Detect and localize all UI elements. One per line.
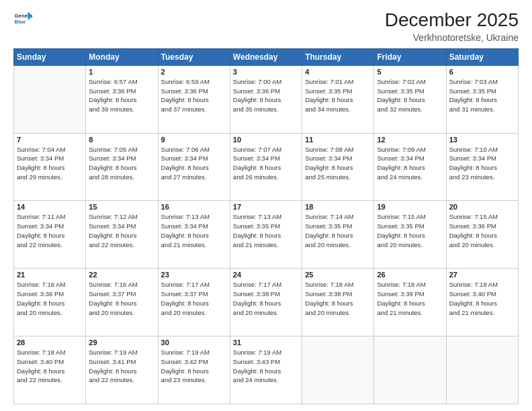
day-info: Sunrise: 7:05 AMSunset: 3:34 PMDaylight:… <box>89 145 154 182</box>
calendar-cell: 11Sunrise: 7:08 AMSunset: 3:34 PMDayligh… <box>302 133 374 201</box>
calendar-cell: 29Sunrise: 7:19 AMSunset: 3:41 PMDayligh… <box>86 336 158 404</box>
calendar-cell: 1Sunrise: 6:57 AMSunset: 3:36 PMDaylight… <box>86 65 158 133</box>
day-info: Sunrise: 7:18 AMSunset: 3:40 PMDaylight:… <box>17 348 83 385</box>
day-number: 16 <box>161 203 227 211</box>
calendar-cell: 27Sunrise: 7:18 AMSunset: 3:40 PMDayligh… <box>446 269 518 336</box>
calendar-cell: 30Sunrise: 7:19 AMSunset: 3:42 PMDayligh… <box>158 336 230 404</box>
calendar-cell: 8Sunrise: 7:05 AMSunset: 3:34 PMDaylight… <box>86 133 158 201</box>
day-info: Sunrise: 7:18 AMSunset: 3:38 PMDaylight:… <box>305 280 371 317</box>
calendar-header-saturday: Saturday <box>446 48 518 65</box>
calendar-week-1: 7Sunrise: 7:04 AMSunset: 3:34 PMDaylight… <box>14 133 519 201</box>
logo-icon: General Blue <box>13 10 32 29</box>
day-info: Sunrise: 6:57 AMSunset: 3:36 PMDaylight:… <box>89 77 154 114</box>
day-number: 9 <box>161 136 227 144</box>
day-info: Sunrise: 6:59 AMSunset: 3:36 PMDaylight:… <box>161 77 227 114</box>
day-number: 18 <box>305 203 371 211</box>
calendar-cell: 4Sunrise: 7:01 AMSunset: 3:35 PMDaylight… <box>302 65 374 133</box>
day-number: 28 <box>17 338 83 347</box>
calendar-cell: 12Sunrise: 7:09 AMSunset: 3:34 PMDayligh… <box>374 133 446 201</box>
calendar-header-friday: Friday <box>374 48 446 65</box>
day-number: 31 <box>233 338 299 347</box>
calendar-cell: 17Sunrise: 7:13 AMSunset: 3:35 PMDayligh… <box>230 201 302 269</box>
page: General Blue December 2025 Verkhnotorets… <box>0 0 532 411</box>
day-info: Sunrise: 7:19 AMSunset: 3:42 PMDaylight:… <box>161 348 227 385</box>
day-number: 12 <box>377 136 443 144</box>
day-number: 27 <box>449 271 515 279</box>
day-info: Sunrise: 7:09 AMSunset: 3:34 PMDaylight:… <box>377 145 443 182</box>
day-info: Sunrise: 7:16 AMSunset: 3:37 PMDaylight:… <box>89 280 154 317</box>
day-info: Sunrise: 7:17 AMSunset: 3:37 PMDaylight:… <box>161 280 227 317</box>
main-title: December 2025 <box>385 10 519 31</box>
day-number: 6 <box>449 68 515 76</box>
calendar-cell: 3Sunrise: 7:00 AMSunset: 3:36 PMDaylight… <box>230 65 302 133</box>
day-number: 26 <box>377 271 443 279</box>
day-number: 7 <box>17 136 83 144</box>
day-info: Sunrise: 7:11 AMSunset: 3:34 PMDaylight:… <box>17 212 83 249</box>
calendar-cell: 19Sunrise: 7:15 AMSunset: 3:35 PMDayligh… <box>374 201 446 269</box>
calendar-cell <box>302 336 374 404</box>
day-number: 4 <box>305 68 371 76</box>
calendar-cell: 2Sunrise: 6:59 AMSunset: 3:36 PMDaylight… <box>158 65 230 133</box>
day-info: Sunrise: 7:16 AMSunset: 3:36 PMDaylight:… <box>17 280 83 317</box>
day-info: Sunrise: 7:02 AMSunset: 3:35 PMDaylight:… <box>377 77 443 114</box>
calendar-cell <box>446 336 518 404</box>
calendar-header-row: SundayMondayTuesdayWednesdayThursdayFrid… <box>14 48 519 65</box>
day-number: 15 <box>89 203 154 211</box>
day-number: 14 <box>17 203 83 211</box>
calendar-week-3: 21Sunrise: 7:16 AMSunset: 3:36 PMDayligh… <box>14 269 519 336</box>
day-info: Sunrise: 7:19 AMSunset: 3:43 PMDaylight:… <box>233 348 299 385</box>
day-number: 3 <box>233 68 299 76</box>
day-info: Sunrise: 7:08 AMSunset: 3:34 PMDaylight:… <box>305 145 371 182</box>
day-info: Sunrise: 7:07 AMSunset: 3:34 PMDaylight:… <box>233 145 299 182</box>
calendar-header-tuesday: Tuesday <box>158 48 230 65</box>
day-number: 8 <box>89 136 154 144</box>
day-number: 24 <box>233 271 299 279</box>
calendar-week-2: 14Sunrise: 7:11 AMSunset: 3:34 PMDayligh… <box>14 201 519 269</box>
calendar-cell: 9Sunrise: 7:06 AMSunset: 3:34 PMDaylight… <box>158 133 230 201</box>
day-info: Sunrise: 7:18 AMSunset: 3:39 PMDaylight:… <box>377 280 443 317</box>
day-number: 30 <box>161 338 227 347</box>
calendar-cell: 18Sunrise: 7:14 AMSunset: 3:35 PMDayligh… <box>302 201 374 269</box>
calendar-body: 1Sunrise: 6:57 AMSunset: 3:36 PMDaylight… <box>14 65 519 404</box>
day-info: Sunrise: 7:12 AMSunset: 3:34 PMDaylight:… <box>89 212 154 249</box>
day-number: 23 <box>161 271 227 279</box>
day-info: Sunrise: 7:06 AMSunset: 3:34 PMDaylight:… <box>161 145 227 182</box>
calendar-cell: 28Sunrise: 7:18 AMSunset: 3:40 PMDayligh… <box>14 336 86 404</box>
day-number: 1 <box>89 68 154 76</box>
calendar-cell: 21Sunrise: 7:16 AMSunset: 3:36 PMDayligh… <box>14 269 86 336</box>
calendar-cell: 20Sunrise: 7:15 AMSunset: 3:36 PMDayligh… <box>446 201 518 269</box>
day-number: 25 <box>305 271 371 279</box>
calendar-cell: 16Sunrise: 7:13 AMSunset: 3:34 PMDayligh… <box>158 201 230 269</box>
calendar-cell: 26Sunrise: 7:18 AMSunset: 3:39 PMDayligh… <box>374 269 446 336</box>
day-number: 17 <box>233 203 299 211</box>
calendar-header-thursday: Thursday <box>302 48 374 65</box>
day-number: 10 <box>233 136 299 144</box>
day-number: 21 <box>17 271 83 279</box>
calendar-cell: 31Sunrise: 7:19 AMSunset: 3:43 PMDayligh… <box>230 336 302 404</box>
day-info: Sunrise: 7:14 AMSunset: 3:35 PMDaylight:… <box>305 212 371 249</box>
day-info: Sunrise: 7:13 AMSunset: 3:35 PMDaylight:… <box>233 212 299 249</box>
calendar-cell <box>14 65 86 133</box>
calendar-cell: 13Sunrise: 7:10 AMSunset: 3:34 PMDayligh… <box>446 133 518 201</box>
calendar: SundayMondayTuesdayWednesdayThursdayFrid… <box>13 48 519 404</box>
day-number: 11 <box>305 136 371 144</box>
calendar-cell: 6Sunrise: 7:03 AMSunset: 3:35 PMDaylight… <box>446 65 518 133</box>
calendar-cell: 5Sunrise: 7:02 AMSunset: 3:35 PMDaylight… <box>374 65 446 133</box>
day-info: Sunrise: 7:01 AMSunset: 3:35 PMDaylight:… <box>305 77 371 114</box>
day-info: Sunrise: 7:15 AMSunset: 3:35 PMDaylight:… <box>377 212 443 249</box>
calendar-cell: 22Sunrise: 7:16 AMSunset: 3:37 PMDayligh… <box>86 269 158 336</box>
day-number: 13 <box>449 136 515 144</box>
day-info: Sunrise: 7:15 AMSunset: 3:36 PMDaylight:… <box>449 212 515 249</box>
calendar-week-0: 1Sunrise: 6:57 AMSunset: 3:36 PMDaylight… <box>14 65 519 133</box>
calendar-week-4: 28Sunrise: 7:18 AMSunset: 3:40 PMDayligh… <box>14 336 519 404</box>
day-info: Sunrise: 7:19 AMSunset: 3:41 PMDaylight:… <box>89 348 154 385</box>
subtitle: Verkhnotoretske, Ukraine <box>385 32 519 43</box>
calendar-cell <box>374 336 446 404</box>
calendar-header-monday: Monday <box>86 48 158 65</box>
day-number: 29 <box>89 338 154 347</box>
header: General Blue December 2025 Verkhnotorets… <box>13 10 519 43</box>
svg-text:Blue: Blue <box>15 19 27 25</box>
calendar-header-sunday: Sunday <box>14 48 86 65</box>
day-number: 2 <box>161 68 227 76</box>
calendar-cell: 10Sunrise: 7:07 AMSunset: 3:34 PMDayligh… <box>230 133 302 201</box>
